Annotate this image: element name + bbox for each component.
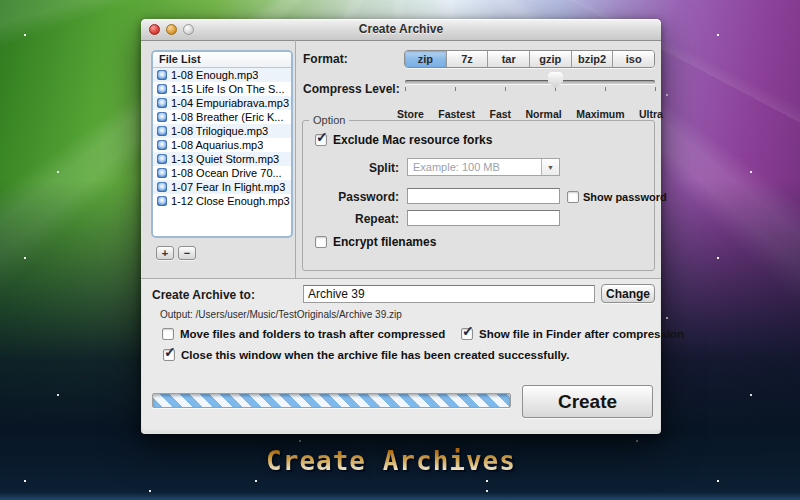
file-name: 1-08 Ocean Drive 70... xyxy=(171,166,282,180)
option-group-title: Option xyxy=(309,114,349,126)
format-segment[interactable]: 7z xyxy=(447,51,489,67)
mp3-file-icon xyxy=(157,112,167,122)
level-label: Fastest xyxy=(438,108,475,120)
show-password-label: Show password xyxy=(583,191,667,203)
mp3-file-icon xyxy=(157,126,167,136)
file-name: 1-04 Empuriabrava.mp3 xyxy=(171,96,289,110)
show-finder-option: Show file in Finder after compression xyxy=(461,328,684,340)
wallpaper-caption: Create Archives xyxy=(266,446,516,476)
change-button[interactable]: Change xyxy=(601,284,655,303)
list-item[interactable]: 1-08 Aquarius.mp3 xyxy=(153,138,291,152)
close-window-option: Close this window when the archive file … xyxy=(163,349,569,361)
combo-arrow-button[interactable]: ▼ xyxy=(541,159,559,175)
file-list-header: File List xyxy=(153,52,291,68)
mp3-file-icon xyxy=(157,98,167,108)
file-name: 1-12 Close Enough.mp3 xyxy=(171,194,290,208)
mp3-file-icon xyxy=(157,70,167,80)
file-list: 1-08 Enough.mp3 1-15 Life Is On The S...… xyxy=(153,68,291,208)
slider-ticks xyxy=(405,87,656,91)
file-name: 1-07 Fear In Flight.mp3 xyxy=(171,180,285,194)
titlebar[interactable]: Create Archive xyxy=(141,19,661,41)
screen: Create Archives Create Archive File List… xyxy=(0,0,800,500)
output-path: Output: /Users/user/Music/TestOriginals/… xyxy=(160,309,402,320)
show-password-checkbox[interactable] xyxy=(567,191,579,203)
mp3-file-icon xyxy=(157,168,167,178)
format-segment[interactable]: gzip xyxy=(530,51,572,67)
format-segment[interactable]: zip xyxy=(405,51,447,67)
compress-level-scale: Store Fastest Fast Normal Maximum Ultra xyxy=(397,108,663,120)
slider-track[interactable] xyxy=(405,80,655,84)
list-item[interactable]: 1-15 Life Is On The S... xyxy=(153,82,291,96)
close-window-label: Close this window when the archive file … xyxy=(181,349,569,361)
mp3-file-icon xyxy=(157,154,167,164)
level-label: Ultra xyxy=(639,108,663,120)
move-trash-label: Move files and folders to trash after co… xyxy=(180,328,445,340)
exclude-forks-checkbox[interactable] xyxy=(315,134,327,146)
move-trash-option: Move files and folders to trash after co… xyxy=(162,328,445,340)
format-segment[interactable]: bzip2 xyxy=(572,51,614,67)
create-archive-to-label: Create Archive to: xyxy=(152,288,255,302)
compress-level-slider xyxy=(405,71,655,95)
vertical-divider xyxy=(295,40,296,278)
file-name: 1-13 Quiet Storm.mp3 xyxy=(171,152,279,166)
progress-bar xyxy=(152,393,511,408)
list-item[interactable]: 1-12 Close Enough.mp3 xyxy=(153,194,291,208)
create-archive-window: Create Archive File List 1-08 Enough.mp3… xyxy=(141,19,661,434)
archive-name-field[interactable] xyxy=(303,285,595,303)
format-segmented-control: zip 7z tar gzip bzip2 iso xyxy=(404,50,655,68)
list-item[interactable]: 1-08 Trilogique.mp3 xyxy=(153,124,291,138)
format-segment[interactable]: tar xyxy=(488,51,530,67)
add-file-button[interactable]: + xyxy=(156,246,174,260)
list-item[interactable]: 1-07 Fear In Flight.mp3 xyxy=(153,180,291,194)
create-button[interactable]: Create xyxy=(522,385,653,418)
mp3-file-icon xyxy=(157,196,167,206)
level-label: Store xyxy=(397,108,424,120)
file-name: 1-08 Aquarius.mp3 xyxy=(171,138,263,152)
compress-level-label: Compress Level: xyxy=(303,82,400,96)
level-label: Fast xyxy=(489,108,511,120)
exclude-forks-label: Exclude Mac resource forks xyxy=(333,133,492,147)
format-label: Format: xyxy=(303,52,348,66)
file-name: 1-08 Enough.mp3 xyxy=(171,68,258,82)
remove-file-button[interactable]: − xyxy=(178,246,196,260)
show-finder-checkbox[interactable] xyxy=(461,328,473,340)
show-password-option: Show password xyxy=(567,191,667,203)
close-window-checkbox[interactable] xyxy=(163,349,175,361)
mp3-file-icon xyxy=(157,140,167,150)
level-label: Maximum xyxy=(576,108,624,120)
password-field[interactable] xyxy=(407,188,560,204)
move-trash-checkbox[interactable] xyxy=(162,328,174,340)
slider-thumb[interactable] xyxy=(548,72,563,88)
encrypt-filenames-label: Encrypt filenames xyxy=(333,235,436,249)
repeat-field[interactable] xyxy=(407,210,560,226)
split-label: Split: xyxy=(319,161,399,175)
split-placeholder: Example: 100 MB xyxy=(408,161,541,173)
file-list-box: File List 1-08 Enough.mp3 1-15 Life Is O… xyxy=(151,50,293,238)
chevron-down-icon: ▼ xyxy=(547,164,554,171)
file-name: 1-08 Trilogique.mp3 xyxy=(171,124,268,138)
list-item[interactable]: 1-04 Empuriabrava.mp3 xyxy=(153,96,291,110)
split-combobox[interactable]: Example: 100 MB ▼ xyxy=(407,158,560,176)
file-name: 1-15 Life Is On The S... xyxy=(171,82,285,96)
show-finder-label: Show file in Finder after compression xyxy=(479,328,684,340)
window-title: Create Archive xyxy=(141,22,661,36)
encrypt-filenames-checkbox[interactable] xyxy=(315,236,327,248)
encrypt-option: Encrypt filenames xyxy=(315,235,436,249)
file-name: 1-08 Breather (Eric K... xyxy=(171,110,284,124)
mp3-file-icon xyxy=(157,84,167,94)
format-segment[interactable]: iso xyxy=(613,51,654,67)
list-item[interactable]: 1-13 Quiet Storm.mp3 xyxy=(153,152,291,166)
mp3-file-icon xyxy=(157,182,167,192)
list-item[interactable]: 1-08 Breather (Eric K... xyxy=(153,110,291,124)
list-item[interactable]: 1-08 Ocean Drive 70... xyxy=(153,166,291,180)
level-label: Normal xyxy=(526,108,562,120)
password-label: Password: xyxy=(319,190,399,204)
list-item[interactable]: 1-08 Enough.mp3 xyxy=(153,68,291,82)
repeat-label: Repeat: xyxy=(319,212,399,226)
exclude-forks-option: Exclude Mac resource forks xyxy=(315,133,492,147)
